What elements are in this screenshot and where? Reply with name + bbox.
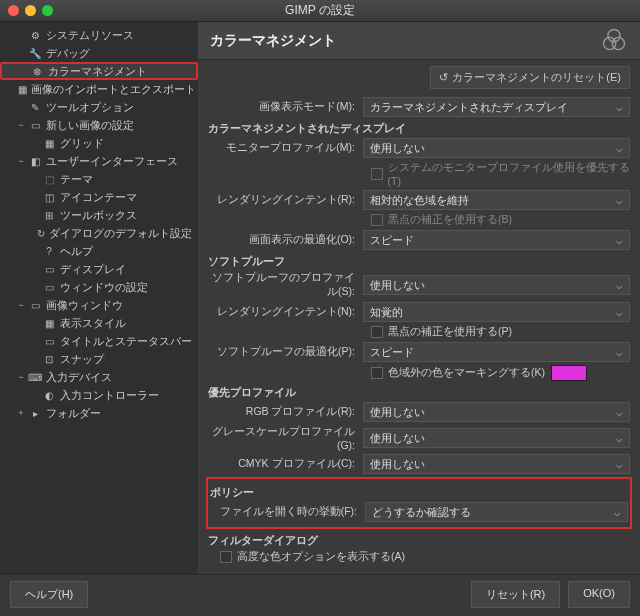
sidebar-item-label: ツールボックス: [60, 208, 137, 223]
sidebar-item-label: フォルダー: [46, 406, 101, 421]
tree-icon: ⬚: [42, 172, 56, 186]
sidebar-item-label: 画像ウィンドウ: [46, 298, 123, 313]
tree-icon: ◐: [42, 388, 56, 402]
color-management-icon: [600, 26, 628, 56]
settings-form: 画像表示モード(M):カラーマネジメントされたディスプレイ カラーマネジメントさ…: [198, 95, 640, 574]
sidebar-item-11[interactable]: ↻ダイアログのデフォルト設定: [0, 224, 198, 242]
sidebar-item-label: アイコンテーマ: [60, 190, 137, 205]
sidebar-item-label: 入力コントローラー: [60, 388, 159, 403]
sidebar-item-3[interactable]: ▦画像のインポートとエクスポート: [0, 80, 198, 98]
display-mode-label: 画像表示モード(M):: [208, 100, 363, 114]
sidebar-item-label: テーマ: [60, 172, 93, 187]
sidebar-item-label: 新しい画像の設定: [46, 118, 134, 133]
group-softproof: ソフトプルーフ: [208, 254, 630, 269]
tree-icon: ◫: [42, 190, 56, 204]
sidebar-item-0[interactable]: ⚙システムリソース: [0, 26, 198, 44]
monitor-profile-label: モニタープロファイル(M):: [208, 141, 363, 155]
display-mode-select[interactable]: カラーマネジメントされたディスプレイ: [363, 97, 630, 117]
sidebar-item-16[interactable]: ▦表示スタイル: [0, 314, 198, 332]
tree-icon: ▸: [28, 406, 42, 420]
softproof-profile-select[interactable]: 使用しない: [363, 275, 630, 295]
softproof-profile-label: ソフトプルーフのプロファイル(S):: [208, 271, 363, 299]
blackpoint-b-checkbox[interactable]: [371, 214, 383, 226]
group-policy: ポリシー: [210, 485, 628, 500]
sidebar-item-label: デバッグ: [46, 46, 90, 61]
sidebar-item-label: 入力デバイス: [46, 370, 112, 385]
tree-icon: ▦: [18, 82, 27, 96]
sidebar-item-5[interactable]: −▭新しい画像の設定: [0, 116, 198, 134]
rendering-intent-r-label: レンダリングインテント(R):: [208, 193, 363, 207]
blackpoint-p-checkbox[interactable]: [371, 326, 383, 338]
group-preferred-profiles: 優先プロファイル: [208, 385, 630, 400]
content-header: カラーマネジメント: [198, 22, 640, 60]
tree-icon: 🔧: [28, 46, 42, 60]
policy-highlight: ポリシー ファイルを開く時の挙動(F):どうするか確認する: [206, 477, 632, 529]
ok-button[interactable]: OK(O): [568, 581, 630, 608]
file-open-behavior-select[interactable]: どうするか確認する: [365, 502, 628, 522]
tree-icon: ⚙: [28, 28, 42, 42]
tree-icon: ▭: [28, 118, 42, 132]
gamut-mark-checkbox[interactable]: [371, 367, 383, 379]
expand-icon[interactable]: −: [16, 300, 26, 310]
sidebar-item-2[interactable]: ⊗カラーマネジメント: [0, 62, 198, 80]
sidebar-item-10[interactable]: ⊞ツールボックス: [0, 206, 198, 224]
display-optimize-select[interactable]: スピード: [363, 230, 630, 250]
rgb-profile-select[interactable]: 使用しない: [363, 402, 630, 422]
help-button[interactable]: ヘルプ(H): [10, 581, 88, 608]
sidebar-item-19[interactable]: −⌨入力デバイス: [0, 368, 198, 386]
gamut-color-swatch[interactable]: [551, 365, 587, 381]
tree-icon: ◧: [28, 154, 42, 168]
sidebar-item-20[interactable]: ◐入力コントローラー: [0, 386, 198, 404]
monitor-profile-select[interactable]: 使用しない: [363, 138, 630, 158]
window-title: GIMP の設定: [0, 2, 640, 19]
sidebar-item-15[interactable]: −▭画像ウィンドウ: [0, 296, 198, 314]
tree-icon: ▭: [28, 298, 42, 312]
sidebar-item-label: タイトルとステータスバー: [60, 334, 192, 349]
advanced-color-options-checkbox[interactable]: [220, 551, 232, 563]
rendering-intent-n-select[interactable]: 知覚的: [363, 302, 630, 322]
sidebar-item-label: ユーザーインターフェース: [46, 154, 178, 169]
gray-profile-select[interactable]: 使用しない: [363, 428, 630, 448]
dialog-footer: ヘルプ(H) リセット(R) OK(O): [0, 574, 640, 614]
softproof-optimize-select[interactable]: スピード: [363, 342, 630, 362]
sidebar-item-12[interactable]: ?ヘルプ: [0, 242, 198, 260]
tree-icon: ↻: [37, 226, 45, 240]
tree-icon: ⊗: [30, 64, 44, 78]
reset-button[interactable]: リセット(R): [471, 581, 560, 608]
sidebar-item-label: カラーマネジメント: [48, 64, 147, 79]
sidebar-item-label: グリッド: [60, 136, 104, 151]
sidebar-item-label: ダイアログのデフォルト設定: [49, 226, 192, 241]
sidebar-item-8[interactable]: ⬚テーマ: [0, 170, 198, 188]
reset-color-management-button[interactable]: ↺ カラーマネジメントのリセット(E): [430, 66, 630, 89]
sidebar-item-14[interactable]: ▭ウィンドウの設定: [0, 278, 198, 296]
sidebar-item-13[interactable]: ▭ディスプレイ: [0, 260, 198, 278]
sidebar-item-7[interactable]: −◧ユーザーインターフェース: [0, 152, 198, 170]
sidebar-item-4[interactable]: ✎ツールオプション: [0, 98, 198, 116]
sidebar-item-label: システムリソース: [46, 28, 134, 43]
sidebar-item-9[interactable]: ◫アイコンテーマ: [0, 188, 198, 206]
display-optimize-label: 画面表示の最適化(O):: [208, 233, 363, 247]
tree-icon: ?: [42, 244, 56, 258]
sidebar-item-label: ウィンドウの設定: [60, 280, 148, 295]
cmyk-profile-select[interactable]: 使用しない: [363, 454, 630, 474]
expand-icon[interactable]: −: [16, 120, 26, 130]
group-filter-dialog: フィルターダイアログ: [208, 533, 630, 548]
sidebar-item-label: スナップ: [60, 352, 104, 367]
expand-icon[interactable]: +: [16, 408, 26, 418]
expand-icon[interactable]: −: [16, 372, 26, 382]
expand-icon[interactable]: −: [16, 156, 26, 166]
sidebar-item-17[interactable]: ▭タイトルとステータスバー: [0, 332, 198, 350]
rendering-intent-r-select[interactable]: 相対的な色域を維持: [363, 190, 630, 210]
sidebar-item-6[interactable]: ▦グリッド: [0, 134, 198, 152]
tree-icon: ▭: [42, 280, 56, 294]
sidebar-item-21[interactable]: +▸フォルダー: [0, 404, 198, 422]
rgb-profile-label: RGB プロファイル(R):: [208, 405, 363, 419]
sidebar: ⚙システムリソース🔧デバッグ⊗カラーマネジメント▦画像のインポートとエクスポート…: [0, 22, 198, 574]
system-monitor-profile-checkbox[interactable]: [371, 168, 383, 180]
sidebar-item-1[interactable]: 🔧デバッグ: [0, 44, 198, 62]
sidebar-item-label: 画像のインポートとエクスポート: [31, 82, 196, 97]
content-pane: カラーマネジメント ↺ カラーマネジメントのリセット(E) 画像表示モード(M)…: [198, 22, 640, 574]
file-open-behavior-label: ファイルを開く時の挙動(F):: [210, 505, 365, 519]
sidebar-item-18[interactable]: ⊡スナップ: [0, 350, 198, 368]
page-title: カラーマネジメント: [210, 32, 336, 50]
